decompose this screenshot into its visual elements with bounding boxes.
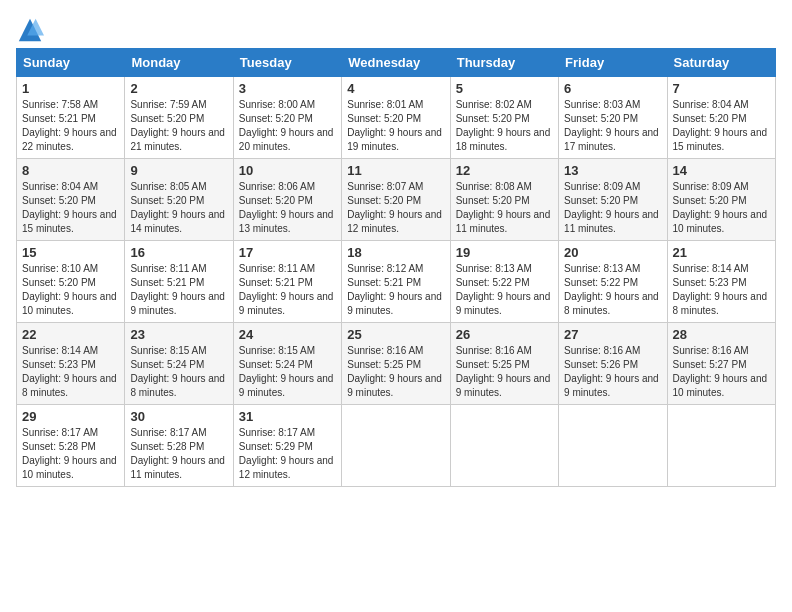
day-number: 27 [564,327,661,342]
day-info: Sunrise: 8:15 AMSunset: 5:24 PMDaylight:… [130,345,225,398]
day-info: Sunrise: 8:14 AMSunset: 5:23 PMDaylight:… [673,263,768,316]
day-info: Sunrise: 8:10 AMSunset: 5:20 PMDaylight:… [22,263,117,316]
day-info: Sunrise: 8:17 AMSunset: 5:28 PMDaylight:… [22,427,117,480]
day-info: Sunrise: 8:16 AMSunset: 5:26 PMDaylight:… [564,345,659,398]
calendar-cell: 18Sunrise: 8:12 AMSunset: 5:21 PMDayligh… [342,241,450,323]
day-info: Sunrise: 8:16 AMSunset: 5:27 PMDaylight:… [673,345,768,398]
header [16,16,776,44]
calendar-table: SundayMondayTuesdayWednesdayThursdayFrid… [16,48,776,487]
day-number: 22 [22,327,119,342]
calendar-cell: 12Sunrise: 8:08 AMSunset: 5:20 PMDayligh… [450,159,558,241]
calendar-cell: 19Sunrise: 8:13 AMSunset: 5:22 PMDayligh… [450,241,558,323]
day-number: 21 [673,245,770,260]
calendar-cell: 15Sunrise: 8:10 AMSunset: 5:20 PMDayligh… [17,241,125,323]
day-info: Sunrise: 8:13 AMSunset: 5:22 PMDaylight:… [456,263,551,316]
calendar-cell: 8Sunrise: 8:04 AMSunset: 5:20 PMDaylight… [17,159,125,241]
day-info: Sunrise: 8:01 AMSunset: 5:20 PMDaylight:… [347,99,442,152]
day-number: 30 [130,409,227,424]
calendar-cell: 27Sunrise: 8:16 AMSunset: 5:26 PMDayligh… [559,323,667,405]
calendar-cell: 13Sunrise: 8:09 AMSunset: 5:20 PMDayligh… [559,159,667,241]
dow-header-thursday: Thursday [450,49,558,77]
calendar-cell: 9Sunrise: 8:05 AMSunset: 5:20 PMDaylight… [125,159,233,241]
calendar-cell: 28Sunrise: 8:16 AMSunset: 5:27 PMDayligh… [667,323,775,405]
calendar-cell: 2Sunrise: 7:59 AMSunset: 5:20 PMDaylight… [125,77,233,159]
day-info: Sunrise: 7:58 AMSunset: 5:21 PMDaylight:… [22,99,117,152]
day-info: Sunrise: 8:05 AMSunset: 5:20 PMDaylight:… [130,181,225,234]
day-info: Sunrise: 7:59 AMSunset: 5:20 PMDaylight:… [130,99,225,152]
day-number: 23 [130,327,227,342]
calendar-cell: 11Sunrise: 8:07 AMSunset: 5:20 PMDayligh… [342,159,450,241]
day-number: 14 [673,163,770,178]
calendar-cell: 26Sunrise: 8:16 AMSunset: 5:25 PMDayligh… [450,323,558,405]
calendar-cell: 21Sunrise: 8:14 AMSunset: 5:23 PMDayligh… [667,241,775,323]
day-number: 11 [347,163,444,178]
day-number: 5 [456,81,553,96]
day-number: 17 [239,245,336,260]
calendar-cell: 25Sunrise: 8:16 AMSunset: 5:25 PMDayligh… [342,323,450,405]
dow-header-monday: Monday [125,49,233,77]
dow-header-friday: Friday [559,49,667,77]
day-info: Sunrise: 8:06 AMSunset: 5:20 PMDaylight:… [239,181,334,234]
calendar-week-5: 29Sunrise: 8:17 AMSunset: 5:28 PMDayligh… [17,405,776,487]
calendar-cell: 5Sunrise: 8:02 AMSunset: 5:20 PMDaylight… [450,77,558,159]
dow-header-saturday: Saturday [667,49,775,77]
calendar-cell: 3Sunrise: 8:00 AMSunset: 5:20 PMDaylight… [233,77,341,159]
day-number: 4 [347,81,444,96]
day-info: Sunrise: 8:16 AMSunset: 5:25 PMDaylight:… [347,345,442,398]
day-number: 19 [456,245,553,260]
day-info: Sunrise: 8:07 AMSunset: 5:20 PMDaylight:… [347,181,442,234]
day-info: Sunrise: 8:16 AMSunset: 5:25 PMDaylight:… [456,345,551,398]
day-number: 10 [239,163,336,178]
day-number: 9 [130,163,227,178]
day-number: 31 [239,409,336,424]
dow-header-wednesday: Wednesday [342,49,450,77]
calendar-cell: 1Sunrise: 7:58 AMSunset: 5:21 PMDaylight… [17,77,125,159]
calendar-cell: 22Sunrise: 8:14 AMSunset: 5:23 PMDayligh… [17,323,125,405]
day-number: 1 [22,81,119,96]
day-number: 7 [673,81,770,96]
calendar-week-4: 22Sunrise: 8:14 AMSunset: 5:23 PMDayligh… [17,323,776,405]
calendar-week-2: 8Sunrise: 8:04 AMSunset: 5:20 PMDaylight… [17,159,776,241]
logo [16,16,48,44]
calendar-cell: 17Sunrise: 8:11 AMSunset: 5:21 PMDayligh… [233,241,341,323]
calendar-cell: 20Sunrise: 8:13 AMSunset: 5:22 PMDayligh… [559,241,667,323]
dow-header-sunday: Sunday [17,49,125,77]
day-info: Sunrise: 8:08 AMSunset: 5:20 PMDaylight:… [456,181,551,234]
calendar-cell [667,405,775,487]
day-info: Sunrise: 8:09 AMSunset: 5:20 PMDaylight:… [673,181,768,234]
day-info: Sunrise: 8:00 AMSunset: 5:20 PMDaylight:… [239,99,334,152]
day-number: 20 [564,245,661,260]
day-number: 16 [130,245,227,260]
day-number: 6 [564,81,661,96]
calendar-cell: 14Sunrise: 8:09 AMSunset: 5:20 PMDayligh… [667,159,775,241]
day-number: 26 [456,327,553,342]
day-info: Sunrise: 8:15 AMSunset: 5:24 PMDaylight:… [239,345,334,398]
day-info: Sunrise: 8:12 AMSunset: 5:21 PMDaylight:… [347,263,442,316]
day-info: Sunrise: 8:02 AMSunset: 5:20 PMDaylight:… [456,99,551,152]
calendar-week-3: 15Sunrise: 8:10 AMSunset: 5:20 PMDayligh… [17,241,776,323]
day-info: Sunrise: 8:09 AMSunset: 5:20 PMDaylight:… [564,181,659,234]
day-info: Sunrise: 8:17 AMSunset: 5:28 PMDaylight:… [130,427,225,480]
day-info: Sunrise: 8:17 AMSunset: 5:29 PMDaylight:… [239,427,334,480]
calendar-cell: 16Sunrise: 8:11 AMSunset: 5:21 PMDayligh… [125,241,233,323]
calendar-cell: 10Sunrise: 8:06 AMSunset: 5:20 PMDayligh… [233,159,341,241]
day-info: Sunrise: 8:11 AMSunset: 5:21 PMDaylight:… [239,263,334,316]
day-info: Sunrise: 8:13 AMSunset: 5:22 PMDaylight:… [564,263,659,316]
day-info: Sunrise: 8:11 AMSunset: 5:21 PMDaylight:… [130,263,225,316]
day-info: Sunrise: 8:04 AMSunset: 5:20 PMDaylight:… [22,181,117,234]
calendar-cell: 31Sunrise: 8:17 AMSunset: 5:29 PMDayligh… [233,405,341,487]
day-info: Sunrise: 8:14 AMSunset: 5:23 PMDaylight:… [22,345,117,398]
calendar-cell: 23Sunrise: 8:15 AMSunset: 5:24 PMDayligh… [125,323,233,405]
logo-icon [16,16,44,44]
dow-header-tuesday: Tuesday [233,49,341,77]
calendar-cell [559,405,667,487]
day-number: 2 [130,81,227,96]
day-number: 29 [22,409,119,424]
calendar-cell: 29Sunrise: 8:17 AMSunset: 5:28 PMDayligh… [17,405,125,487]
calendar-cell: 7Sunrise: 8:04 AMSunset: 5:20 PMDaylight… [667,77,775,159]
calendar-cell: 24Sunrise: 8:15 AMSunset: 5:24 PMDayligh… [233,323,341,405]
day-number: 8 [22,163,119,178]
day-number: 24 [239,327,336,342]
day-number: 28 [673,327,770,342]
calendar-cell: 6Sunrise: 8:03 AMSunset: 5:20 PMDaylight… [559,77,667,159]
